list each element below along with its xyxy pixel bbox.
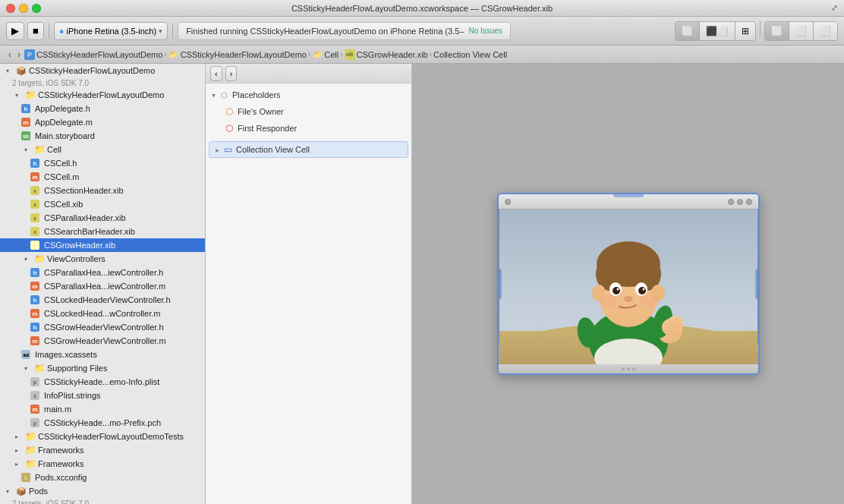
window-title: CSStickyHeaderFlowLayoutDemo.xcworkspace… <box>291 4 553 13</box>
nav-item-products-group[interactable]: 📁 Frameworks <box>0 457 205 471</box>
nav-item-images-xcassets[interactable]: 📷 Images.xcassets <box>0 348 205 361</box>
top-resize-handle[interactable] <box>613 193 644 197</box>
nav-item-csgrow-vc-m[interactable]: m CSGrowHeaderViewController.m <box>0 334 205 348</box>
nav-item-cscell-xib[interactable]: x CSCell.xib <box>0 197 205 211</box>
nav-item-supporting-files[interactable]: 📁 Supporting Files <box>0 361 205 375</box>
pch-icon: p <box>30 418 39 427</box>
tests-folder-icon: 📁 <box>25 431 36 442</box>
toolbar-separator <box>49 24 49 39</box>
handle-dot-3 <box>632 367 635 370</box>
nav-item-csparallax-vc-m[interactable]: m CSParallaxHea...iewController.m <box>0 279 205 293</box>
canvas-area <box>412 64 844 504</box>
bottom-resize-handle[interactable] <box>499 364 758 373</box>
nav-item-cslockedheader-vc-m[interactable]: m CSLockedHead...wController.m <box>0 307 205 320</box>
csgrow-vc-h-label: CSGrowHeaderViewController.h <box>44 323 164 332</box>
close-button[interactable] <box>6 4 15 13</box>
nav-item-cell-group[interactable]: 📁 Cell <box>0 143 205 156</box>
svg-point-14 <box>613 287 620 295</box>
stop-button[interactable]: ■ <box>27 22 44 40</box>
nav-item-cscell-h[interactable]: h CSCell.h <box>0 156 205 170</box>
nav-item-cssearchbarheader-xib[interactable]: x CSSearchBarHeader.xib <box>0 225 205 238</box>
xib-icon5-selected: x <box>30 241 39 250</box>
nav-item-cssectionheader-xib[interactable]: x CSSectionHeader.xib <box>0 184 205 197</box>
no-issues-badge: No Issues <box>468 27 502 35</box>
traffic-lights[interactable] <box>6 4 41 13</box>
infoplist-strings-label: InfoPlist.strings <box>44 391 101 400</box>
xib-nav-back-btn[interactable]: ‹ <box>210 66 222 81</box>
folder-icon2: 📁 <box>312 49 323 60</box>
project-file-icon: 📦 <box>16 65 27 76</box>
nav-item-cscell-m[interactable]: m CSCell.m <box>0 170 205 184</box>
editor-view-group: ⬜ ⬛⬜ ⊞ <box>675 21 756 41</box>
maximize-button[interactable] <box>32 4 41 13</box>
breadcrumb-back-btn[interactable]: ‹ <box>6 49 14 61</box>
triangle-closed-fw-icon <box>12 445 23 455</box>
nav-item-frameworks-group[interactable]: 📁 Frameworks <box>0 443 205 457</box>
pods-project-icon: 📦 <box>16 486 27 496</box>
nav-item-main-group[interactable]: 📁 CSStickyHeaderFlowLayoutDemo <box>0 88 205 102</box>
nav-item-csparallaxheader-xib[interactable]: x CSParallaxHeader.xib <box>0 211 205 225</box>
svg-point-16 <box>616 288 619 291</box>
first-responder-label: First Responder <box>238 124 297 133</box>
nav-item-pods-xcconfig[interactable]: c Pods.xcconfig <box>0 471 205 484</box>
products-group-label: Frameworks <box>38 459 84 468</box>
preview-dot-1 <box>505 199 511 205</box>
nav-item-viewcontrollers-group[interactable]: 📁 ViewControllers <box>0 252 205 266</box>
file-navigator: 📦 CSStickyHeaderFlowLayoutDemo 2 targets… <box>0 64 206 504</box>
m-icon5: m <box>30 405 39 414</box>
panel-toggle-group: ⬜ ⬜ ⬜ <box>764 21 838 41</box>
main-storyboard-label: Main.storyboard <box>35 131 95 140</box>
nav-item-cslockedheader-vc-h[interactable]: h CSLockedHeaderViewController.h <box>0 293 205 307</box>
minimize-button[interactable] <box>19 4 28 13</box>
xib-collection-view-cell-item[interactable]: ▸ ▭ Collection View Cell <box>209 141 408 158</box>
assistant-editor-btn[interactable]: ⬛⬜ <box>700 22 735 40</box>
scheme-selector[interactable]: ● iPhone Retina (3.5-inch) ▾ <box>54 22 168 40</box>
nav-panel-btn[interactable]: ⬜ <box>765 22 789 40</box>
nav-item-appdelegate-h[interactable]: h AppDelegate.h <box>0 102 205 115</box>
nav-item-project-root[interactable]: 📦 CSStickyHeaderFlowLayoutDemo <box>0 64 205 77</box>
project-root-label: CSStickyHeaderFlowLayoutDemo <box>29 66 155 75</box>
frameworks-folder-icon: 📁 <box>25 445 36 455</box>
xib-nav-forward-btn[interactable]: › <box>225 66 238 81</box>
nav-item-csgrowheader-xib[interactable]: x CSGrowHeader.xib <box>0 238 205 252</box>
appdelegate-m-label: AppDelegate.m <box>35 118 93 127</box>
toolbar: ▶ ■ ● iPhone Retina (3.5-inch) ▾ Finishe… <box>0 17 844 46</box>
toolbar-right: ⬜ ⬛⬜ ⊞ ⬜ ⬜ ⬜ <box>675 21 838 41</box>
breadcrumb-sep2: › <box>308 50 310 58</box>
nav-item-info-plist[interactable]: p CSStickyHeade...emo-Info.plist <box>0 375 205 389</box>
run-button[interactable]: ▶ <box>6 22 24 40</box>
standard-editor-btn[interactable]: ⬜ <box>676 22 700 40</box>
group-folder-icon: 📁 <box>25 90 36 100</box>
nav-item-main-m[interactable]: m main.m <box>0 402 205 416</box>
breadcrumb-forward-btn[interactable]: › <box>15 49 23 61</box>
collection-cell-icon: ▭ <box>222 144 233 155</box>
nav-item-infoplist-strings[interactable]: s InfoPlist.strings <box>0 389 205 402</box>
cell-preview-window[interactable] <box>497 193 760 375</box>
m-icon2: m <box>30 282 39 291</box>
xib-placeholders-header[interactable]: ▾ ⬡ Placeholders <box>206 87 411 103</box>
main-m-label: main.m <box>44 405 71 414</box>
folder-open-icon <box>3 65 14 76</box>
nav-item-csparallax-vc-h[interactable]: h CSParallaxHea...iewController.h <box>0 266 205 279</box>
breadcrumb-sep4: › <box>430 50 432 58</box>
nav-item-main-storyboard[interactable]: sb Main.storyboard <box>0 129 205 143</box>
left-resize-handle[interactable] <box>497 269 502 299</box>
debug-panel-btn[interactable]: ⬜ <box>789 22 814 40</box>
info-plist-label: CSStickyHeade...emo-Info.plist <box>44 377 159 386</box>
util-panel-btn[interactable]: ⬜ <box>814 22 837 40</box>
nav-item-tests-group[interactable]: 📁 CSStickyHeaderFlowLayoutDemoTests <box>0 430 205 443</box>
m-file-icon: m <box>21 118 30 127</box>
nav-item-appdelegate-m[interactable]: m AppDelegate.m <box>0 115 205 129</box>
xib-files-owner-item[interactable]: ⬡ File's Owner <box>206 103 411 120</box>
nav-item-pods-root[interactable]: 📦 Pods <box>0 484 205 498</box>
xcconfig-icon: c <box>21 473 30 482</box>
right-resize-handle[interactable] <box>755 269 760 299</box>
expand-icon[interactable]: ⤢ <box>831 3 838 13</box>
nav-item-csgrow-vc-h[interactable]: h CSGrowHeaderViewController.h <box>0 320 205 334</box>
triangle-open-icon <box>12 90 23 100</box>
nav-item-prefix-pch[interactable]: p CSStickyHeade...mo-Prefix.pch <box>0 416 205 430</box>
xib-first-responder-item[interactable]: ⬡ First Responder <box>206 120 411 137</box>
version-editor-btn[interactable]: ⊞ <box>735 22 755 40</box>
csparallax-vc-h-label: CSParallaxHea...iewController.h <box>44 268 163 277</box>
breadcrumb-nav: ‹ › <box>6 49 23 61</box>
